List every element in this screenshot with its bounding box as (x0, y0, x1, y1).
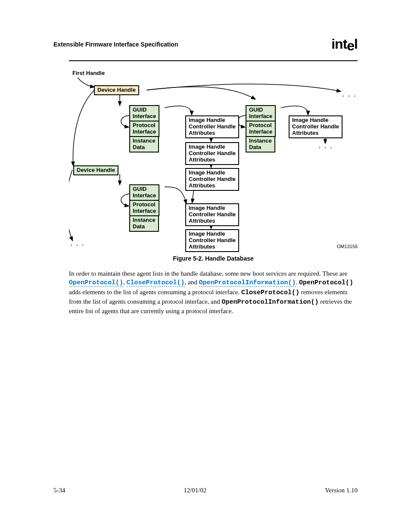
label-line: Image Handle (292, 117, 329, 123)
closeprotocol-link[interactable]: CloseProtocol() (127, 279, 185, 287)
header-title: Extensible Firmware Interface Specificat… (53, 41, 178, 48)
label-line: Controller Handle (292, 123, 339, 130)
label-line: Attributes (189, 182, 215, 189)
openprotocol-mono: OpenProtocol() (299, 279, 353, 286)
dots-right-top: . . . (342, 91, 357, 98)
label-line: Controller Handle (189, 123, 236, 130)
protocol-interface-box-3: Protocol Interface (129, 200, 159, 216)
ihca-box-2: Image Handle Controller Handle Attribute… (185, 142, 239, 165)
label-line: Interface (133, 113, 156, 119)
ihca-box-right: Image Handle Controller Handle Attribute… (289, 115, 342, 138)
ihca-box-4: Image Handle Controller Handle Attribute… (185, 203, 239, 226)
text: In order to maintain these agent lists i… (69, 270, 347, 277)
label-line: Attributes (189, 243, 215, 250)
label-line: Instance (249, 137, 272, 144)
first-handle-label: First Handle (72, 70, 105, 76)
page-footer: 5-34 12/01/02 Version 1.10 (53, 487, 358, 494)
label-line: Image Handle (189, 143, 225, 150)
label-line: Attributes (189, 218, 215, 224)
guid-interface-box-3: GUID Interface (129, 184, 159, 201)
label-line: Image Handle (189, 230, 225, 237)
label-line: Data (249, 144, 261, 150)
openprotocolinformation-mono: OpenProtocolInformation() (221, 299, 318, 306)
guid-interface-box-2: GUID Interface (246, 105, 276, 121)
intel-logo: intel (331, 36, 358, 52)
label-line: Attributes (189, 130, 215, 136)
closeprotocol-mono: CloseProtocol() (241, 289, 299, 296)
body-paragraph: In order to maintain these agent lists i… (69, 269, 358, 315)
label-line: Interface (249, 128, 272, 135)
label-line: Instance (133, 137, 156, 144)
ihca-box-5: Image Handle Controller Handle Attribute… (185, 229, 239, 252)
dots-bottom-left: . . . (71, 240, 85, 247)
handle-database-diagram: First Handle Device Handle GUID Interfac… (69, 65, 358, 250)
label-line: GUID (249, 106, 263, 113)
device-handle-box-2: Device Handle (73, 165, 118, 175)
openprotocol-link[interactable]: OpenProtocol() (69, 279, 123, 287)
text: , (123, 279, 127, 286)
label-line: Protocol (249, 122, 272, 128)
label-line: GUID (133, 186, 147, 192)
label-line: Interface (133, 208, 156, 214)
guid-interface-box-1: GUID Interface (129, 105, 159, 121)
figure-area: First Handle Device Handle GUID Interfac… (69, 60, 358, 262)
figure-om-label: OM13156 (337, 244, 358, 249)
openprotocolinformation-link[interactable]: OpenProtocolInformation() (199, 279, 296, 287)
instance-data-box-1: Instance Data (129, 136, 159, 152)
text: . (296, 279, 299, 286)
page-header: Extensible Firmware Interface Specificat… (53, 36, 358, 52)
label-line: Image Handle (189, 117, 225, 123)
label-line: Controller Handle (189, 237, 236, 243)
footer-page: 5-34 (53, 487, 65, 494)
label-line: Controller Handle (189, 150, 236, 156)
label-line: Interface (133, 128, 156, 135)
label-line: Image Handle (189, 169, 225, 176)
ihca-box-1: Image Handle Controller Handle Attribute… (185, 115, 239, 138)
label-line: Data (133, 144, 145, 150)
label-line: Interface (249, 113, 272, 119)
label-line: Data (133, 223, 145, 230)
device-handle-box-1: Device Handle (94, 85, 139, 95)
label-line: Interface (133, 192, 156, 199)
label-line: Controller Handle (189, 176, 236, 182)
label-line: Instance (133, 217, 156, 223)
protocol-interface-box-1: Protocol Interface (129, 121, 159, 137)
figure-top-rule (69, 60, 358, 61)
label-line: Protocol (133, 122, 156, 128)
dots-right-lower: . . . (319, 143, 333, 149)
label-line: Image Handle (189, 205, 225, 211)
label-line: Controller Handle (189, 211, 236, 218)
footer-version: Version 1.10 (325, 487, 358, 494)
protocol-interface-box-2: Protocol Interface (246, 121, 276, 137)
text: , and (185, 279, 199, 286)
text: adds elements to the list of agents cons… (69, 289, 241, 296)
label-line: Protocol (133, 201, 156, 208)
figure-caption: Figure 5-2. Handle Database (69, 255, 358, 262)
footer-date: 12/01/02 (184, 487, 206, 494)
ihca-box-3: Image Handle Controller Handle Attribute… (185, 168, 239, 191)
label-line: Attributes (189, 156, 215, 163)
label-line: GUID (133, 106, 147, 113)
label-line: Attributes (292, 130, 318, 136)
instance-data-box-3: Instance Data (129, 215, 159, 232)
instance-data-box-2: Instance Data (246, 136, 275, 152)
